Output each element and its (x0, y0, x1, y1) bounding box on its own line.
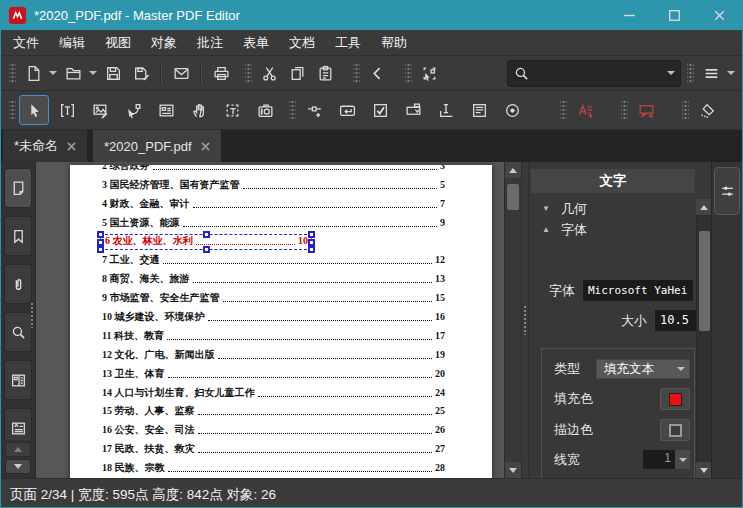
menu-item[interactable]: 帮助 (371, 30, 417, 55)
edit-path-button[interactable] (118, 95, 148, 125)
stroke-color-button[interactable] (660, 419, 690, 441)
toc-row[interactable]: 11 科技、教育17 (70, 326, 492, 345)
select-pointer-button[interactable] (19, 95, 49, 125)
toolbar-grip[interactable] (621, 99, 628, 121)
select-text-button[interactable] (217, 95, 247, 125)
toc-row[interactable]: 10 城乡建设、环境保护16 (70, 307, 492, 326)
save-as-button[interactable] (127, 59, 155, 87)
toc-row[interactable]: 8 商贸、海关、旅游13 (70, 269, 492, 288)
section-font[interactable]: ▲ 字体 (529, 219, 711, 240)
menu-item[interactable]: 对象 (141, 30, 187, 55)
toc-row[interactable]: 6 农业、林业、水利10 (70, 232, 492, 251)
tab-close-button[interactable] (67, 142, 76, 151)
toolbar-grip[interactable] (405, 62, 412, 84)
scrollbar-thumb[interactable] (507, 184, 519, 210)
edit-image-button[interactable] (85, 95, 115, 125)
search-input[interactable] (530, 65, 667, 81)
line-width-spinner[interactable]: 1 (643, 450, 690, 469)
toolbar-grip[interactable] (289, 99, 296, 121)
back-button[interactable] (363, 59, 391, 87)
selection-handle[interactable] (308, 239, 315, 246)
properties-tab-button[interactable] (714, 167, 740, 215)
document-area[interactable]: 2 综合政务33 国民经济管理、国有资产监管54 财政、金融、审计75 国土资源… (36, 162, 521, 478)
sidebar-scroll-up-button[interactable] (5, 442, 31, 457)
hand-button[interactable] (184, 95, 214, 125)
scroll-up-icon[interactable] (505, 162, 521, 178)
pdf-page[interactable]: 2 综合政务33 国民经济管理、国有资产监管54 财政、金融、审计75 国土资源… (70, 165, 492, 478)
toc-row[interactable]: 2 综合政务3 (70, 165, 492, 175)
cut-button[interactable] (255, 59, 283, 87)
maximize-button[interactable] (652, 0, 697, 30)
menu-item[interactable]: 文档 (279, 30, 325, 55)
combobox-button[interactable] (398, 95, 428, 125)
enter-key-button[interactable] (332, 95, 362, 125)
text-type-dropdown[interactable]: 填充文本 (596, 359, 690, 379)
toolbar-grip[interactable] (560, 99, 567, 121)
menu-item[interactable]: 视图 (95, 30, 141, 55)
toc-row[interactable]: 9 市场监管、安全生产监管15 (70, 288, 492, 307)
scroll-down-icon[interactable] (505, 462, 521, 478)
bookmarks-button[interactable] (4, 216, 32, 256)
toc-row[interactable]: 17 民政、扶贫、救灾27 (70, 439, 492, 458)
radio-button-button[interactable] (497, 95, 527, 125)
menu-item[interactable]: 表单 (233, 30, 279, 55)
toc-row[interactable]: 16 公安、安全、司法26 (70, 420, 492, 439)
toc-row[interactable]: 14 人口与计划生育、妇女儿童工作24 (70, 383, 492, 402)
edit-forms-button[interactable] (151, 95, 181, 125)
document-tab[interactable]: *2020_PDF.pdf (93, 130, 220, 162)
selection-handle[interactable] (97, 246, 104, 253)
document-scrollbar[interactable] (504, 162, 521, 478)
tab-close-button[interactable] (201, 142, 210, 151)
selected-text-object[interactable]: 6 农业、林业、水利10 (100, 234, 312, 250)
toc-row[interactable]: 18 民族、宗教28 (70, 458, 492, 477)
panel-splitter[interactable] (521, 162, 529, 478)
edit-text-button[interactable] (52, 95, 82, 125)
toc-row[interactable]: 3 国民经济管理、国有资产监管5 (70, 175, 492, 194)
toolbar-grip[interactable] (245, 62, 252, 84)
email-button[interactable] (167, 59, 195, 87)
toc-row[interactable]: 7 工业、交通12 (70, 250, 492, 269)
toc-row[interactable]: 4 财政、金融、审计7 (70, 194, 492, 213)
panel-scrollbar-thumb[interactable] (699, 231, 710, 331)
print-button[interactable] (207, 59, 235, 87)
form-fields-button[interactable] (4, 360, 32, 400)
toolbar-grip[interactable] (353, 62, 360, 84)
screenshot-button[interactable] (250, 95, 280, 125)
selection-handle[interactable] (203, 246, 210, 253)
close-button[interactable] (697, 0, 742, 30)
attachments-button[interactable] (4, 264, 32, 304)
search-doc-button[interactable] (4, 312, 32, 352)
copy-button[interactable] (283, 59, 311, 87)
menu-item[interactable]: 文件 (3, 30, 49, 55)
toolbar-grip[interactable] (687, 62, 694, 84)
toolbar-grip[interactable] (682, 99, 689, 121)
sidebar-grip[interactable] (30, 302, 35, 328)
selection-handle[interactable] (308, 246, 315, 253)
menu-button[interactable] (697, 59, 725, 87)
toc-row[interactable]: 13 卫生、体育20 (70, 364, 492, 383)
selection-handle[interactable] (97, 231, 104, 238)
search-dropdown-caret-icon[interactable] (667, 71, 675, 75)
selection-handle[interactable] (203, 231, 210, 238)
dropdown-caret[interactable] (725, 59, 737, 87)
listbox-button[interactable] (464, 95, 494, 125)
dropdown-caret[interactable] (87, 59, 99, 87)
fill-color-button[interactable] (660, 388, 690, 410)
menu-item[interactable]: 工具 (325, 30, 371, 55)
toolbar-grip[interactable] (9, 99, 16, 121)
add-node-button[interactable] (299, 95, 329, 125)
document-tab[interactable]: *未命名 (3, 130, 87, 162)
toc-row[interactable]: 12 文化、广电、新闻出版19 (70, 345, 492, 364)
font-family-input[interactable]: Microsoft YaHei (583, 280, 693, 301)
menu-item[interactable]: 批注 (187, 30, 233, 55)
new-document-button[interactable] (19, 59, 47, 87)
toolbar-grip[interactable] (9, 62, 16, 84)
sidebar-scroll-down-button[interactable] (5, 459, 31, 474)
selection-handle[interactable] (97, 239, 104, 246)
selection-handle[interactable] (308, 231, 315, 238)
text-annotation-button[interactable] (570, 95, 600, 125)
font-size-input[interactable]: 10.5 (655, 310, 701, 331)
screen-select-button[interactable] (415, 59, 443, 87)
panel-scroll-up-icon[interactable] (696, 199, 711, 215)
section-geometry[interactable]: ▼ 几何 (529, 198, 711, 219)
